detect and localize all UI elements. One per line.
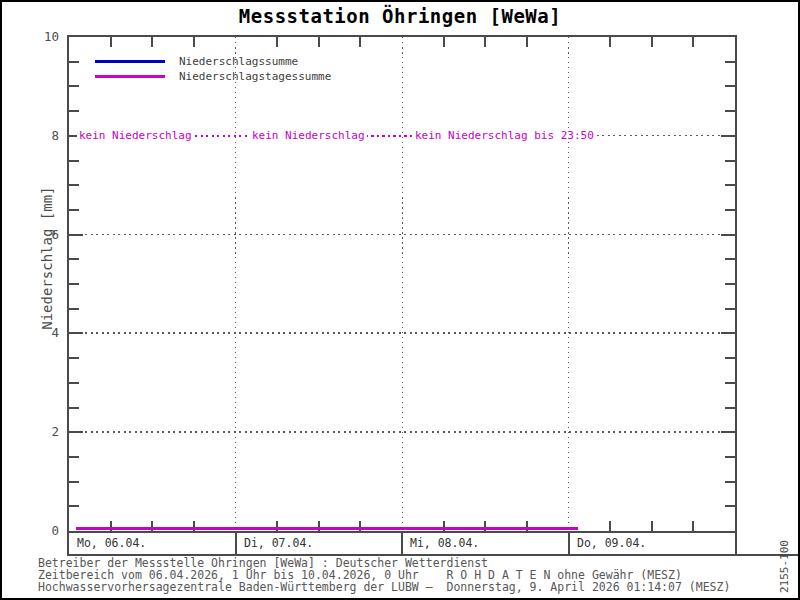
y-tick-label-6: 6 [17,227,59,243]
x-tick-top [193,37,195,47]
y-minor-tick-left [69,61,79,63]
footer: Betreiber der Messstelle Öhringen [WeWa]… [38,557,730,594]
y-minor-tick-right [725,407,735,409]
y-tick-label-10: 10 [17,29,59,45]
y-minor-tick-left [69,85,79,87]
y-minor-tick-left [69,407,79,409]
y-minor-tick-right [725,61,735,63]
day-boundary-gridline [568,37,569,531]
day-boundary-gridline [402,37,403,531]
y-tick-label-4: 4 [17,325,59,341]
y-major-tick-left [69,332,83,334]
x-axis-day-label-3: Mi, 08.04. [410,536,479,550]
plot-area [0,0,800,600]
y-minor-tick-right [725,160,735,162]
legend-label-niederschlagstagessumme: Niederschlagstagessumme [179,70,331,83]
y-tick-label-2: 2 [17,424,59,440]
x-tick-top [651,37,653,47]
y-minor-tick-right [725,258,735,260]
y-minor-tick-left [69,110,79,112]
plot-number: 2155-100 [778,538,791,596]
y-minor-tick-left [69,160,79,162]
y-minor-tick-right [725,456,735,458]
annotation-no-precip-day3: kein Niederschlag bis 23:50 [413,129,596,142]
y-minor-tick-left [69,481,79,483]
y-minor-tick-left [69,456,79,458]
y-tick-label-0: 0 [17,523,59,539]
y-minor-tick-left [69,258,79,260]
x-tick-top [110,37,112,47]
x-tick-top [151,37,153,47]
day-boundary-gridline [235,37,236,531]
series-line-niederschlagstagessumme [76,527,578,530]
x-tick-top [443,37,445,47]
y-minor-tick-left [69,382,79,384]
y-minor-tick-right [725,481,735,483]
y-major-tick-right [721,135,735,137]
x-tick-top [359,37,361,47]
y-minor-tick-right [725,209,735,211]
y-minor-tick-right [725,283,735,285]
x-axis-day-label-4: Do, 09.04. [577,536,646,550]
legend-line-niederschlagssumme [95,60,165,63]
x-axis-day-label-2: Di, 07.04. [244,536,313,550]
y-minor-tick-left [69,357,79,359]
y-minor-tick-left [69,505,79,507]
x-tick-top [609,37,611,47]
y-major-tick-right [721,234,735,236]
y-major-tick-right [721,431,735,433]
footer-agency-line: Hochwasservorhersagezentrale Baden-Württ… [38,581,730,593]
y-minor-tick-right [725,110,735,112]
y-major-tick-left [69,431,83,433]
x-tick-top [484,37,486,47]
x-axis-day-label-1: Mo, 06.04. [77,536,146,550]
x-tick-top [526,37,528,47]
annotation-no-precip-day2: kein Niederschlag [250,129,367,142]
y-minor-tick-left [69,308,79,310]
y-minor-tick-right [725,382,735,384]
legend-row: Niederschlagstagessumme [95,69,331,84]
y-minor-tick-left [69,283,79,285]
x-tick-top [318,37,320,47]
y-major-tick-left [69,234,83,236]
legend-line-niederschlagstagessumme [95,75,165,78]
x-tick-bottom [651,521,653,531]
y-minor-tick-right [725,184,735,186]
legend-row: Niederschlagssumme [95,54,331,69]
precipitation-chart-page: Messstation Öhringen [WeWa] Niederschlag… [0,0,800,600]
legend: Niederschlagssumme Niederschlagstagessum… [95,54,331,84]
legend-label-niederschlagssumme: Niederschlagssumme [179,55,298,68]
y-tick-label-8: 8 [17,128,59,144]
y-minor-tick-right [725,505,735,507]
x-tick-bottom [692,521,694,531]
y-minor-tick-right [725,308,735,310]
y-minor-tick-right [725,85,735,87]
y-minor-tick-left [69,184,79,186]
y-major-tick-right [721,332,735,334]
annotation-no-precip-day1: kein Niederschlag [77,129,194,142]
x-tick-top [276,37,278,47]
x-tick-bottom [609,521,611,531]
y-minor-tick-right [725,357,735,359]
x-tick-top [692,37,694,47]
y-minor-tick-left [69,209,79,211]
